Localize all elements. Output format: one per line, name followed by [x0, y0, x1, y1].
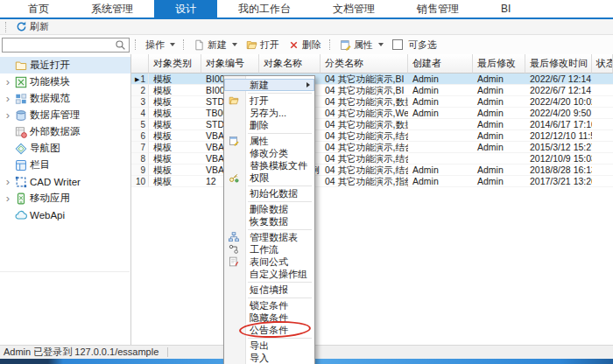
table-row[interactable]: 10模板1204 其它功能演示,指纹AdminAdmin2017/3/21 13…: [131, 176, 613, 187]
context-menu-item[interactable]: 隐藏条件: [224, 312, 314, 324]
column-header[interactable]: 最后修改时间: [525, 54, 592, 74]
column-header[interactable]: 对象名称: [259, 54, 321, 74]
row-number-cell: ▶1: [131, 74, 149, 85]
current-row-marker-icon: ▶: [135, 74, 139, 85]
table-row[interactable]: 2模板BI00104 其它功能演示,BIAdminAdmin2022/6/7 1…: [131, 85, 613, 96]
properties-button[interactable]: 属性: [335, 38, 388, 52]
sidebar-item[interactable]: WebApi: [0, 206, 130, 223]
context-menu-item[interactable]: 另存为...: [224, 107, 314, 119]
context-menu-item[interactable]: 表间公式: [224, 256, 314, 268]
context-menu-item[interactable]: 删除: [224, 119, 314, 131]
sidebar-item[interactable]: 最近打开: [0, 57, 130, 74]
status-divider: [167, 347, 168, 357]
context-menu-item[interactable]: 替换模板文件: [224, 159, 314, 172]
sidebar-item[interactable]: ›功能模块: [0, 74, 130, 90]
sidebar-item[interactable]: 栏目: [0, 157, 130, 173]
layout-icon: [15, 159, 27, 172]
operations-button[interactable]: 操作: [141, 38, 180, 52]
cell-category: 04 其它功能演示,结合VBA: [321, 130, 408, 142]
context-menu-item[interactable]: 修改分类: [224, 147, 314, 159]
column-header[interactable]: [131, 54, 149, 74]
checkbox-icon[interactable]: [392, 39, 403, 50]
expander-chevron-icon[interactable]: ›: [4, 108, 12, 122]
table-row[interactable]: 8模板VBA-0104 其它功能演示,结合VBA2012/10/9 15:03: [131, 153, 613, 164]
menu-separator: [248, 229, 312, 230]
toolbar-separator: [183, 39, 186, 50]
menu-separator: [248, 298, 312, 298]
sidebar-item[interactable]: ›移动应用: [0, 190, 130, 206]
column-header[interactable]: 对象编号: [201, 54, 259, 74]
context-menu-item[interactable]: 初始化数据: [224, 187, 314, 200]
menu-tab[interactable]: 设计: [154, 0, 217, 18]
sidebar-item-label: 导航图: [30, 142, 60, 155]
table-row[interactable]: 9模板VBA-05示例04 其它功能演示,结合VBAAdminAdmin2018…: [131, 164, 613, 176]
cell-time: 2015/3/12 15:27: [525, 142, 592, 153]
table-row[interactable]: ▶1模板BI00204 其它功能演示,BIAdminAdmin2022/6/7 …: [131, 74, 613, 85]
context-menu-item[interactable]: 导入: [224, 352, 314, 364]
cell-type: 模板: [149, 96, 201, 108]
cell-modifier: Admin: [473, 108, 525, 119]
expander-chevron-icon[interactable]: ›: [4, 74, 12, 89]
menu-tab[interactable]: 系统管理: [70, 0, 154, 18]
menu-tab[interactable]: 文档管理: [312, 0, 396, 18]
multiselect-toggle[interactable]: 可多选: [388, 38, 441, 52]
context-menu-item[interactable]: 打开: [224, 94, 314, 107]
refresh-icon: [16, 21, 27, 32]
sidebar-item[interactable]: ›CAD Writer: [0, 173, 130, 190]
menu-tab[interactable]: 首页: [7, 0, 70, 18]
expander-chevron-icon[interactable]: ›: [4, 191, 12, 206]
table-row[interactable]: 5模板STD-0304 其它功能演示,数据规范Admin2014/6/17 17…: [131, 119, 613, 130]
chevron-down-icon: [232, 43, 237, 46]
row-number-cell: 8: [131, 153, 149, 164]
menu-tab[interactable]: BI: [480, 0, 532, 18]
context-menu-item[interactable]: 短信填报: [224, 284, 314, 296]
refresh-button[interactable]: 刷新: [11, 19, 53, 34]
delete-button[interactable]: 删除: [284, 38, 326, 52]
table-row[interactable]: 6模板VBA-0404 其它功能演示,结合VBAAdmin2012/12/10 …: [131, 130, 613, 142]
search-input[interactable]: [2, 38, 130, 52]
column-header[interactable]: 最后修改: [473, 54, 525, 74]
context-menu-item[interactable]: 恢复数据: [224, 215, 314, 228]
row-number-cell: 3: [131, 96, 149, 108]
table-row[interactable]: 4模板TB000104 其它功能演示,WebApiAdminAdmin2022/…: [131, 108, 613, 119]
context-menu-item[interactable]: 自定义操作组: [224, 268, 314, 280]
table-row[interactable]: 7模板VBA-0304 其它功能演示,结合VBAAdmin2015/3/12 1…: [131, 142, 613, 153]
context-menu-item[interactable]: 锁定条件: [224, 299, 314, 312]
cell-modifier: Admin: [473, 164, 525, 176]
menu-tab[interactable]: 销售管理: [396, 0, 480, 18]
context-menu-item[interactable]: 公告条件: [224, 324, 314, 336]
context-menu-item[interactable]: 权限: [224, 172, 314, 184]
context-menu-item[interactable]: 新建: [224, 79, 314, 91]
cell-creator: Admin: [408, 85, 473, 96]
sidebar-item[interactable]: ›数据库管理: [0, 107, 130, 123]
column-header[interactable]: 创建者: [408, 54, 473, 74]
menu-tabs: 首页系统管理设计我的工作台文档管理销售管理BI: [0, 0, 613, 19]
context-menu-item[interactable]: 工作流: [224, 243, 314, 256]
cell-time: 2022/6/7 12:14: [525, 74, 592, 85]
column-header[interactable]: 对象类别: [149, 54, 201, 74]
table-row[interactable]: 3模板STD_0404 其它功能演示,数据规范AdminAdmin2022/4/…: [131, 96, 613, 108]
context-menu-item[interactable]: 属性: [224, 135, 314, 147]
sidebar-item[interactable]: 导航图: [0, 140, 130, 157]
context-menu-item[interactable]: 管理数据表: [224, 231, 314, 243]
menu-tab[interactable]: 我的工作台: [217, 0, 312, 18]
expander-chevron-icon[interactable]: ›: [4, 91, 12, 106]
sidebar-item[interactable]: ›数据规范: [0, 90, 130, 107]
search-icon[interactable]: [115, 39, 126, 51]
column-header[interactable]: 状态: [592, 54, 613, 74]
row-number-cell: 6: [131, 130, 149, 142]
cell-time: 2022/4/20 9:50: [525, 108, 592, 119]
sidebar-item[interactable]: 外部数据源: [0, 123, 130, 140]
cell-type: 模板: [149, 108, 201, 119]
row-number-cell: 10: [131, 176, 149, 187]
column-header[interactable]: 分类名称: [321, 54, 408, 74]
toolbar-grip: [135, 39, 137, 50]
context-menu-item[interactable]: 删除数据: [224, 203, 314, 215]
new-button[interactable]: 新建: [189, 38, 242, 52]
row-number-cell: 9: [131, 164, 149, 176]
context-menu-item[interactable]: 导出: [224, 340, 314, 352]
open-button[interactable]: 打开: [242, 38, 284, 52]
expander-chevron-icon[interactable]: ›: [4, 174, 12, 189]
sidebar-item-label: WebApi: [30, 210, 65, 220]
cell-creator: [408, 130, 473, 142]
